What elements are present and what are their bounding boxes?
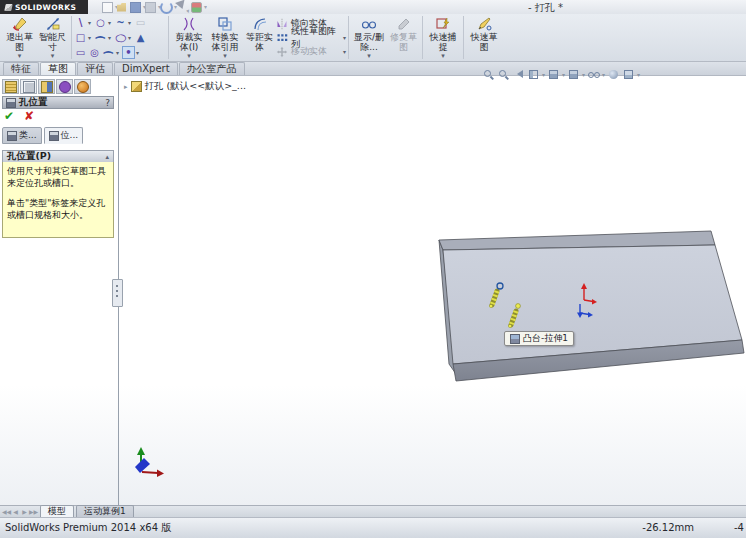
apply-scene-icon[interactable] — [622, 68, 635, 81]
pointer-coordinate-y: -4 — [734, 518, 744, 537]
display-manager-tab[interactable] — [74, 79, 91, 94]
flyout-feature-tree-root[interactable]: 打孔 (默认<<默认>_... — [124, 80, 246, 93]
dimxpert-manager-tab[interactable] — [56, 79, 73, 94]
boss-extrude-icon — [510, 334, 520, 344]
fillet-dropdown[interactable]: ▾ — [116, 49, 121, 56]
edit-appearance-icon[interactable] — [607, 68, 620, 81]
convert-entities-button[interactable]: 转换实体引用 ▾ — [207, 14, 243, 61]
display-style-dropdown[interactable]: ▾ — [582, 71, 585, 78]
solidworks-logo-icon — [4, 4, 12, 11]
property-manager-icon — [23, 81, 35, 93]
ellipse-tool-icon[interactable]: ○ — [112, 31, 128, 44]
hole-positions-icon — [49, 131, 59, 141]
smart-dimension-dropdown[interactable]: ▾ — [51, 53, 55, 60]
spline-dropdown[interactable]: ▾ — [128, 19, 133, 26]
message-line-1: 使用尺寸和其它草图工具来定位孔或槽口。 — [7, 166, 109, 189]
exit-sketch-dropdown[interactable]: ▾ — [18, 53, 22, 60]
tab-office-products[interactable]: 办公室产品 — [179, 62, 245, 75]
undo-icon[interactable] — [160, 1, 173, 14]
spline-tool-icon[interactable]: ~ — [114, 16, 127, 29]
configuration-manager-tab[interactable] — [38, 79, 55, 94]
mirror-entities-icon — [276, 18, 288, 30]
quick-snaps-dropdown[interactable]: ▾ — [441, 53, 445, 60]
convert-entities-dropdown[interactable]: ▾ — [223, 53, 227, 60]
offset-entities-button[interactable]: 等距实体 — [243, 14, 276, 61]
open-document-icon[interactable] — [117, 3, 126, 12]
ribbon-separator — [463, 16, 464, 59]
zoom-to-fit-icon[interactable] — [482, 68, 495, 81]
sketch-entities-grid: \ ▾ ○ ▾ ~ ▾ ▭ □ ▾ ( ▾ ○ ▾ ▲ ▭ ◎ ( ▾ — [74, 14, 166, 61]
exit-sketch-button[interactable]: 退出草图 ▾ — [3, 14, 36, 61]
zoom-to-area-icon[interactable] — [497, 68, 510, 81]
hole-positions-label: 位... — [61, 129, 79, 142]
command-manager-ribbon: 退出草图 ▾ 智能尺寸 ▾ \ ▾ ○ ▾ ~ ▾ ▭ — [0, 14, 746, 62]
display-delete-dropdown[interactable]: ▾ — [367, 53, 371, 60]
apply-scene-dropdown[interactable]: ▾ — [637, 71, 640, 78]
property-manager-tab[interactable] — [20, 79, 37, 94]
heads-up-view-toolbar: ▾ ▾ ▾ ▾ ▾ — [482, 68, 640, 81]
rapid-sketch-icon — [476, 16, 492, 32]
tab-dimxpert[interactable]: DimXpert — [114, 62, 178, 75]
tab-features[interactable]: 特征 — [3, 62, 39, 75]
feature-manager-tab[interactable] — [2, 79, 19, 94]
circle-dropdown[interactable]: ▾ — [108, 19, 113, 26]
hide-show-items-icon[interactable] — [587, 68, 600, 81]
section-view-dropdown[interactable]: ▾ — [542, 71, 545, 78]
fillet-tool-icon[interactable]: ( — [103, 50, 114, 55]
view-orientation-dropdown[interactable]: ▾ — [562, 71, 565, 78]
print-icon[interactable] — [145, 2, 156, 13]
rapid-sketch-button[interactable]: 快速草图 — [466, 14, 502, 61]
rectangle-tool-icon[interactable]: □ — [74, 31, 87, 44]
quick-snaps-label: 快速捕捉 — [427, 33, 459, 52]
section-view-icon[interactable] — [527, 68, 540, 81]
cancel-button[interactable]: ✘ — [24, 110, 34, 123]
arc-tool-icon[interactable]: ( — [95, 35, 106, 40]
trim-entities-button[interactable]: 剪裁实体(I) ▾ — [171, 14, 207, 61]
line-dropdown[interactable]: ▾ — [88, 19, 93, 26]
smart-dimension-label: 智能尺寸 — [37, 33, 69, 52]
line-tool-icon[interactable]: \ — [74, 16, 87, 29]
previous-view-icon[interactable] — [512, 68, 525, 81]
view-orientation-icon[interactable] — [547, 68, 560, 81]
panel-splitter-handle[interactable] — [112, 279, 123, 307]
sketch-tools-row-2: □ ▾ ( ▾ ○ ▾ ▲ — [74, 31, 166, 45]
tab-sketch[interactable]: 草图 — [40, 62, 76, 75]
rapid-sketch-label: 快速草图 — [468, 33, 500, 52]
slot-tool-icon[interactable]: ▭ — [74, 46, 87, 59]
rebuild-icon[interactable] — [191, 2, 202, 13]
solidworks-logo-text: SOLIDWORKS — [15, 3, 76, 12]
tab-evaluate[interactable]: 评估 — [77, 62, 113, 75]
smart-dimension-button[interactable]: 智能尺寸 ▾ — [36, 14, 69, 61]
quick-snaps-icon — [435, 16, 451, 32]
ok-button[interactable]: ✔ — [4, 110, 14, 123]
polygon-tool-icon[interactable]: ▲ — [134, 31, 147, 44]
offset-entities-icon — [252, 16, 268, 32]
linear-pattern-dropdown[interactable]: ▾ — [343, 34, 346, 41]
circle-perimeter-tool-icon[interactable]: ◎ — [88, 46, 101, 59]
circle-tool-icon[interactable]: ○ — [94, 16, 107, 29]
help-button[interactable]: ? — [105, 98, 110, 108]
property-manager-title: 孔位置 — [19, 96, 102, 109]
display-style-icon[interactable] — [567, 68, 580, 81]
point-tool-icon[interactable]: • — [122, 46, 135, 59]
point-dropdown[interactable]: ▾ — [136, 49, 141, 56]
exit-sketch-icon — [12, 16, 28, 32]
sketch-tools-row-1: \ ▾ ○ ▾ ~ ▾ ▭ — [74, 16, 166, 30]
select-icon[interactable] — [175, 0, 189, 15]
ellipse-dropdown[interactable]: ▾ — [128, 34, 133, 41]
save-icon[interactable] — [130, 2, 141, 13]
part-icon — [131, 81, 142, 92]
rectangle-dropdown[interactable]: ▾ — [88, 34, 93, 41]
hide-show-items-dropdown[interactable]: ▾ — [602, 71, 605, 78]
new-document-icon[interactable] — [102, 2, 113, 13]
quick-snaps-button[interactable]: 快速捕捉 ▾ — [425, 14, 461, 61]
display-delete-relations-button[interactable]: 显示/删除... ▾ — [351, 14, 387, 61]
trim-entities-dropdown[interactable]: ▾ — [187, 53, 191, 60]
repair-sketch-button: 修复草图 — [387, 14, 420, 61]
disabled-tool-icon: ▭ — [134, 16, 147, 29]
linear-sketch-pattern-button[interactable]: 线性草图阵列 ▾ — [276, 31, 346, 44]
hole-positions-tab[interactable]: 位... — [44, 127, 84, 144]
window-title: - 打孔 * — [528, 1, 563, 15]
ribbon-separator — [168, 16, 169, 59]
hole-type-tab[interactable]: 类... — [2, 127, 42, 144]
